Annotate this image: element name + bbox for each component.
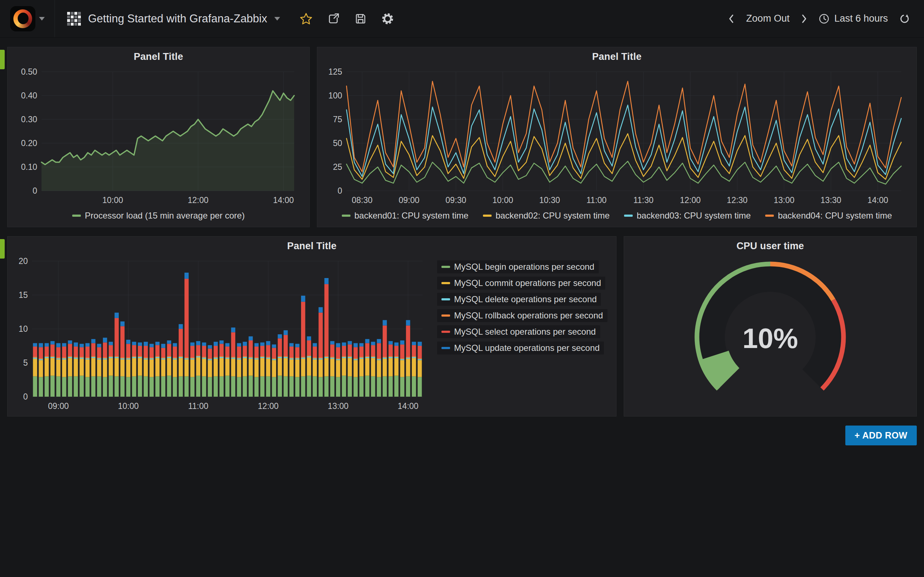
legend-swatch <box>441 347 450 349</box>
legend-item[interactable]: backend02: CPU system time <box>483 211 610 221</box>
legend-swatch <box>483 214 492 217</box>
panel-title[interactable]: Panel Title <box>8 237 616 255</box>
save-button[interactable] <box>351 9 370 29</box>
nav-actions <box>292 0 401 37</box>
share-button[interactable] <box>323 9 344 29</box>
dashboard-picker[interactable]: Getting Started with Grafana-Zabbix <box>55 0 292 37</box>
legend-swatch <box>765 214 774 217</box>
svg-text:50: 50 <box>333 139 342 148</box>
refresh-icon <box>899 13 910 24</box>
svg-text:14:00: 14:00 <box>273 195 294 205</box>
svg-text:0: 0 <box>32 186 37 195</box>
grafana-logo-icon <box>10 6 36 31</box>
legend-item[interactable]: MySQL update operations per second <box>437 342 604 355</box>
row-toggle-handle[interactable] <box>0 50 5 69</box>
panel-title[interactable]: CPU user time <box>624 237 916 255</box>
svg-text:10%: 10% <box>743 323 798 354</box>
legend-label: backend01: CPU system time <box>354 211 468 221</box>
legend-item[interactable]: backend01: CPU system time <box>342 211 468 221</box>
legend-swatch <box>441 282 450 284</box>
svg-text:14:00: 14:00 <box>867 195 888 205</box>
legend-label: backend03: CPU system time <box>637 211 751 221</box>
svg-text:15: 15 <box>18 290 28 300</box>
legend-label: backend02: CPU system time <box>496 211 610 221</box>
chevron-down-icon <box>39 17 45 21</box>
refresh-button[interactable] <box>894 10 914 28</box>
svg-text:11:00: 11:00 <box>586 195 607 205</box>
add-row-button[interactable]: + ADD ROW <box>845 425 917 445</box>
navbar: Getting Started with Grafana-Zabbix <box>0 0 924 37</box>
legend-label: MySQL delete operations per second <box>454 294 597 305</box>
grafana-swirl-icon <box>13 10 32 28</box>
legend-item[interactable]: backend03: CPU system time <box>624 211 751 221</box>
share-icon <box>327 12 340 25</box>
panel-body: 08:3009:0009:3010:0010:3011:0011:3012:00… <box>317 66 916 227</box>
time-shift-back-button[interactable] <box>724 10 740 28</box>
legend-swatch <box>441 331 450 333</box>
dashboard-title: Getting Started with Grafana-Zabbix <box>88 12 267 25</box>
svg-text:0: 0 <box>23 392 28 401</box>
dashboard-grid-icon <box>67 12 81 26</box>
panel-body: 10% <box>624 255 916 416</box>
row-toggle-handle[interactable] <box>0 239 5 259</box>
panel-title[interactable]: Panel Title <box>317 47 916 66</box>
svg-text:10: 10 <box>18 324 28 334</box>
svg-text:10:00: 10:00 <box>102 195 123 205</box>
svg-text:100: 100 <box>328 91 342 100</box>
svg-text:75: 75 <box>333 115 342 124</box>
star-icon <box>300 12 313 25</box>
legend-label: MySQL commit operations per second <box>454 278 601 288</box>
svg-text:0.10: 0.10 <box>21 162 37 172</box>
grafana-logo-menu[interactable] <box>0 0 55 37</box>
panel-processor-load: Panel Title 10:0012:0014:0000.100.200.30… <box>7 47 310 227</box>
time-controls: Zoom Out Last 6 hours <box>724 0 924 37</box>
legend-swatch <box>441 314 450 317</box>
settings-button[interactable] <box>378 9 398 29</box>
time-shift-forward-button[interactable] <box>796 10 812 28</box>
svg-text:09:00: 09:00 <box>399 195 419 205</box>
svg-text:09:00: 09:00 <box>48 401 69 411</box>
chevron-down-icon <box>274 17 280 21</box>
dashboard: Panel Title 10:0012:0014:0000.100.200.30… <box>0 37 924 445</box>
svg-text:10:00: 10:00 <box>492 195 513 205</box>
zoom-out-label: Zoom Out <box>746 13 789 24</box>
svg-text:12:00: 12:00 <box>258 401 279 411</box>
legend-swatch <box>72 214 81 217</box>
svg-text:0.20: 0.20 <box>21 139 37 148</box>
legend-item[interactable]: MySQL delete operations per second <box>437 293 601 306</box>
svg-text:14:00: 14:00 <box>398 401 419 411</box>
mysql-operations-chart[interactable]: 09:0010:0011:0012:0013:0014:0005101520 <box>13 255 432 413</box>
svg-text:0.30: 0.30 <box>21 115 37 124</box>
gear-icon <box>381 12 394 25</box>
processor-load-chart[interactable]: 10:0012:0014:0000.100.200.300.400.50 <box>13 66 304 207</box>
navbar-spacer <box>401 0 724 37</box>
chart-legend: Processor load (15 min average per core) <box>13 207 304 224</box>
legend-label: Processor load (15 min average per core) <box>85 211 245 221</box>
legend-item[interactable]: MySQL select operations per second <box>437 325 600 338</box>
svg-text:13:00: 13:00 <box>774 195 795 205</box>
chart-legend: backend01: CPU system timebackend02: CPU… <box>323 207 911 224</box>
zoom-out-button[interactable]: Zoom Out <box>742 10 794 28</box>
svg-text:0.50: 0.50 <box>21 67 37 76</box>
legend-swatch <box>441 266 450 268</box>
legend-label: MySQL select operations per second <box>454 327 596 337</box>
time-range-label: Last 6 hours <box>834 13 888 24</box>
legend-item[interactable]: MySQL rollback operations per second <box>437 309 607 322</box>
panel-body: 10:0012:0014:0000.100.200.300.400.50 Pro… <box>8 66 309 227</box>
chart-legend: MySQL begin operations per secondMySQL c… <box>437 255 611 413</box>
svg-text:125: 125 <box>328 67 342 76</box>
legend-item[interactable]: MySQL begin operations per second <box>437 260 599 273</box>
save-icon <box>354 13 367 25</box>
svg-text:11:00: 11:00 <box>188 401 208 411</box>
star-button[interactable] <box>296 9 316 29</box>
legend-item[interactable]: backend04: CPU system time <box>765 211 892 221</box>
legend-item[interactable]: MySQL commit operations per second <box>437 277 605 290</box>
cpu-user-time-gauge[interactable]: 10% <box>630 255 911 413</box>
panel-title[interactable]: Panel Title <box>8 47 309 66</box>
cpu-system-time-chart[interactable]: 08:3009:0009:3010:0010:3011:0011:3012:00… <box>323 66 911 207</box>
legend-item[interactable]: Processor load (15 min average per core) <box>72 211 245 221</box>
svg-text:13:30: 13:30 <box>821 195 842 205</box>
legend-swatch <box>342 214 351 217</box>
time-picker-button[interactable]: Last 6 hours <box>814 10 892 28</box>
panel-cpu-user-time: CPU user time 10% <box>624 236 917 416</box>
